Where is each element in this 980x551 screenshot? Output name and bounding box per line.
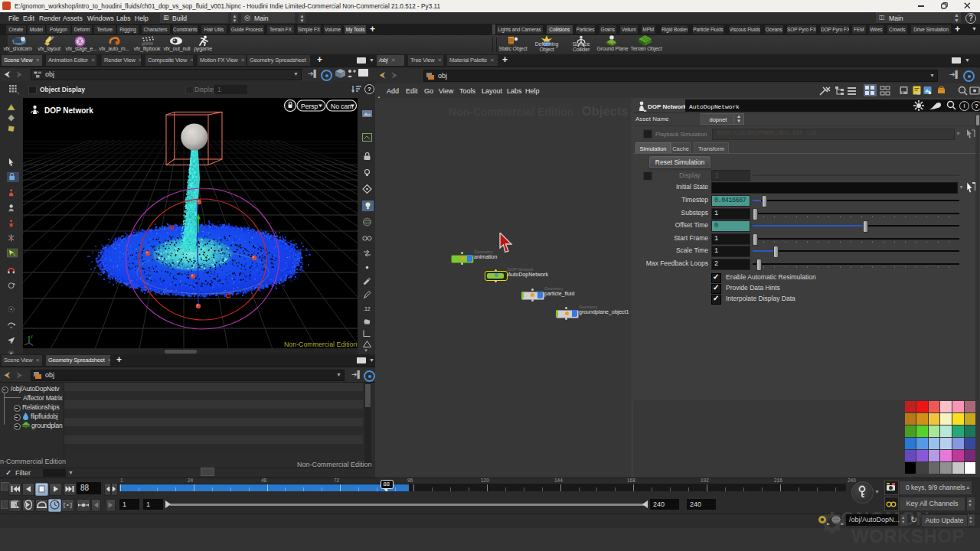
svg-text:DOP Network: DOP Network [44, 106, 93, 115]
svg-text:Persp: Persp [301, 103, 318, 110]
svg-text:Non-Commercial Edition: Non-Commercial Edition [284, 341, 357, 348]
svg-text:y: y [31, 334, 33, 338]
svg-text:.12: .12 [363, 306, 371, 311]
svg-text:[•]: [•] [63, 502, 73, 508]
svg-text:No cam: No cam [331, 103, 353, 110]
